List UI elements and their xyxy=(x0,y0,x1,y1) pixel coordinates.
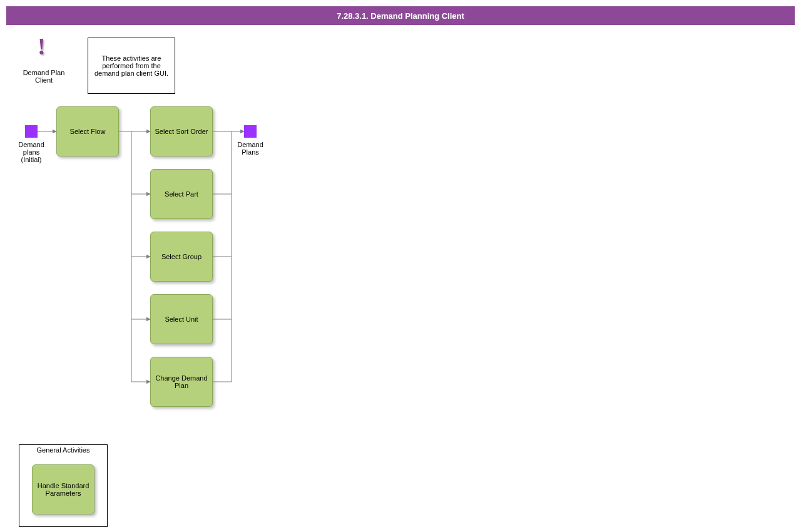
node-select-group[interactable]: Select Group xyxy=(150,232,213,282)
general-activities-box: General Activities Handle Standard Param… xyxy=(19,444,108,527)
start-marker-label: Demand plans (Initial) xyxy=(16,141,47,163)
page-title: 7.28.3.1. Demand Planning Client xyxy=(337,11,464,21)
end-marker[interactable] xyxy=(244,125,257,138)
node-handle-standard-parameters-label: Handle Standard Parameters xyxy=(35,482,91,497)
start-marker[interactable] xyxy=(25,125,38,138)
node-select-part[interactable]: Select Part xyxy=(150,169,213,219)
node-select-sort-order-label: Select Sort Order xyxy=(155,128,208,135)
end-marker-label: Demand Plans xyxy=(235,141,266,156)
node-handle-standard-parameters[interactable]: Handle Standard Parameters xyxy=(32,464,94,514)
node-select-flow[interactable]: Select Flow xyxy=(56,106,119,156)
exclamation-icon: ! xyxy=(38,34,46,58)
node-select-flow-label: Select Flow xyxy=(70,128,106,135)
general-activities-title: General Activities xyxy=(19,445,107,455)
node-select-group-label: Select Group xyxy=(161,253,202,260)
note-text: These activities are performed from the … xyxy=(91,54,172,77)
node-select-part-label: Select Part xyxy=(165,190,198,198)
title-bar: 7.28.3.1. Demand Planning Client xyxy=(6,6,795,25)
node-select-unit-label: Select Unit xyxy=(165,315,198,323)
note-box: These activities are performed from the … xyxy=(88,38,175,94)
diagram-canvas: 7.28.3.1. Demand Planning Client ! Deman… xyxy=(0,0,801,532)
node-change-demand-plan[interactable]: Change Demand Plan xyxy=(150,357,213,407)
node-select-unit[interactable]: Select Unit xyxy=(150,294,213,344)
node-select-sort-order[interactable]: Select Sort Order xyxy=(150,106,213,156)
node-change-demand-plan-label: Change Demand Plan xyxy=(153,374,210,389)
exclamation-label: Demand Plan Client xyxy=(19,69,69,84)
